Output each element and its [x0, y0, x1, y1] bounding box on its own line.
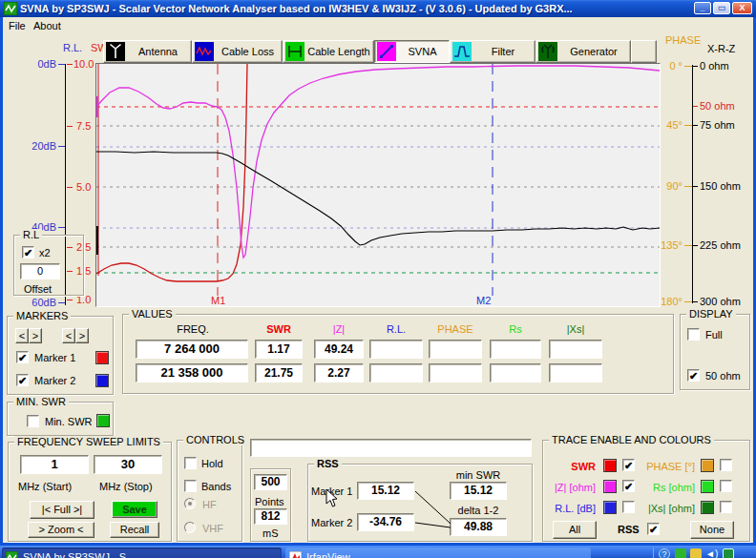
menu-file[interactable]: File [9, 20, 26, 31]
display-full-checkbox[interactable] [687, 328, 700, 341]
marker1-freq-value[interactable]: 7 264 000 [136, 340, 248, 359]
swr-tick-label: 7.5 [76, 120, 91, 132]
minimize-button[interactable]: _ [694, 2, 711, 14]
trace-xs-checkbox[interactable] [720, 501, 732, 513]
marker1-color-swatch[interactable] [95, 351, 109, 364]
rss-trace [96, 152, 660, 245]
marker1-z-value[interactable]: 49.24 [314, 340, 364, 359]
rss-marker2-value[interactable]: -34.76 [357, 513, 414, 531]
offset-input[interactable]: 0 [20, 263, 60, 279]
trace-rs-checkbox[interactable] [720, 480, 732, 492]
full-span-button[interactable]: |< Full >| [30, 501, 94, 519]
trace-z-swatch[interactable] [603, 480, 617, 493]
trace-swr-swatch[interactable] [603, 459, 617, 472]
marker1-swr-value[interactable]: 1.17 [255, 340, 303, 359]
tray-volume-icon[interactable]: ◄) [705, 548, 718, 558]
marker2-rl-value[interactable] [369, 363, 423, 382]
x2-checkbox[interactable]: ✔ [22, 246, 34, 258]
tab-cable-loss[interactable]: Cable Loss [192, 40, 283, 63]
marker1-xs-value[interactable] [549, 340, 602, 359]
tab-filter[interactable]: Filter [450, 40, 536, 63]
menu-about[interactable]: About [33, 20, 61, 31]
save-button[interactable]: Save [112, 501, 158, 518]
trace-swr-checkbox[interactable]: ✔ [622, 459, 635, 471]
tab-svna[interactable]: SVNA [374, 40, 450, 63]
tab-cable-length[interactable]: Cable Length [283, 40, 374, 63]
stop-freq-input[interactable]: 30 [94, 455, 162, 474]
marker2-phase-value[interactable] [429, 363, 482, 382]
svna-icon [377, 42, 396, 61]
marker1-label: Marker 1 [34, 352, 75, 363]
close-button[interactable]: X [732, 2, 752, 14]
rss-delta-value[interactable]: 49.88 [450, 518, 507, 536]
marker2-swr-value[interactable]: 21.75 [255, 363, 303, 382]
irfanview-task-icon [289, 551, 302, 558]
tray-green-icon[interactable] [675, 548, 686, 558]
zoom-span-button[interactable]: > Zoom < [28, 522, 94, 538]
marker1-rs-value[interactable] [490, 340, 541, 359]
marker2-freq-value[interactable]: 21 358 000 [136, 363, 248, 382]
filter-icon [452, 42, 472, 61]
ohm-tick-50 [693, 106, 698, 107]
marker1-rl-value[interactable] [369, 340, 423, 359]
start-freq-input[interactable]: 1 [20, 455, 89, 474]
min-swr-color-swatch[interactable] [96, 414, 110, 427]
taskbar: SVNA by SP3SWJ - S IrfanView ? ◄) [0, 546, 756, 558]
swr-tick [67, 187, 73, 188]
maximize-button[interactable]: ▭ [713, 2, 730, 14]
marker1-next-button[interactable]: > [29, 328, 42, 343]
trace-rs-label: Rs [ohm] [639, 482, 695, 493]
trace-none-button[interactable]: None [690, 521, 734, 539]
bands-checkbox[interactable] [184, 480, 197, 492]
trace-rss-checkbox[interactable]: ✔ [647, 523, 660, 535]
controls-group: CONTROLS Hold Bands HF VHF [177, 440, 242, 542]
svg-text:M1: M1 [211, 295, 225, 306]
ohm-tick [693, 186, 698, 187]
marker1-prev-button[interactable]: < [15, 328, 29, 343]
status-input[interactable] [250, 439, 532, 457]
marker2-checkbox[interactable]: ✔ [16, 374, 29, 386]
marker2-line[interactable]: M2 [476, 64, 493, 306]
hold-checkbox[interactable] [184, 457, 197, 469]
marker1-line[interactable]: M1 [211, 64, 225, 306]
tray-question-icon[interactable]: ? [659, 548, 670, 558]
marker1-phase-value[interactable] [429, 340, 482, 359]
marker2-prev-button[interactable]: < [62, 328, 75, 343]
sweep-chart[interactable]: M1 M2 [95, 63, 661, 307]
trace-phase-swatch[interactable] [701, 459, 714, 472]
marker2-z-value[interactable]: 2.27 [314, 363, 364, 382]
min-swr-label: Min. SWR [45, 416, 93, 427]
tray-shield-icon[interactable] [723, 548, 734, 558]
marker2-xs-value[interactable] [549, 363, 602, 382]
taskbar-button-svna[interactable]: SVNA by SP3SWJ - S [2, 548, 282, 558]
trace-z-checkbox[interactable]: ✔ [622, 480, 635, 492]
marker2-rs-value[interactable] [490, 363, 541, 382]
hf-radio[interactable] [184, 498, 196, 509]
min-swr-checkbox[interactable] [27, 415, 39, 427]
rl-tick-label: 60dB [23, 297, 56, 308]
rss-marker1-value[interactable]: 15.12 [357, 482, 414, 500]
trace-rs-swatch[interactable] [701, 480, 714, 493]
tab-antenna[interactable]: Antenna [103, 40, 192, 63]
rl-offset-group: R.L ✔ x2 0 Offset [13, 235, 84, 296]
trace-rl-swatch[interactable] [603, 501, 617, 514]
recall-button[interactable]: Recall [110, 522, 159, 538]
trace-all-button[interactable]: All [553, 521, 597, 539]
group-title: MIN. SWR [13, 396, 69, 407]
vhf-radio[interactable] [184, 522, 196, 533]
taskbar-button-irfanview[interactable]: IrfanView [285, 548, 591, 558]
ohm-tick-label: 150 ohm [700, 180, 741, 192]
rss-min-swr-value[interactable]: 15.12 [450, 482, 507, 500]
marker1-checkbox[interactable]: ✔ [16, 351, 29, 363]
display-50ohm-checkbox[interactable]: ✔ [687, 369, 700, 382]
marker2-next-button[interactable]: > [75, 328, 89, 343]
trace-xs-swatch[interactable] [701, 501, 714, 514]
title-bar[interactable]: SVNA by SP3SWJ - Scalar Vector Network A… [0, 0, 756, 17]
marker2-color-swatch[interactable] [95, 374, 109, 387]
tab-generator[interactable]: Generator [536, 40, 631, 63]
ms-value[interactable]: 812 [254, 508, 287, 525]
trace-rl-checkbox[interactable] [622, 501, 635, 513]
tray-yellow-icon[interactable] [690, 548, 702, 558]
points-value[interactable]: 500 [254, 474, 287, 490]
trace-phase-checkbox[interactable] [720, 459, 732, 471]
